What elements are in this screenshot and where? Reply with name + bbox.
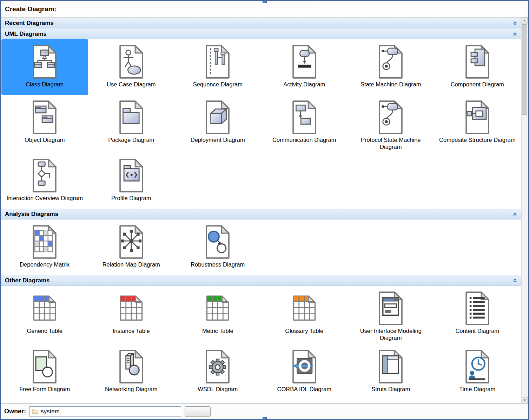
deployment-diagram-icon — [199, 100, 236, 135]
diagram-item-robustness-diagram[interactable]: Robustness Diagram — [174, 219, 261, 275]
dependency-matrix-icon — [26, 224, 63, 260]
section-header-recent-diagrams[interactable]: Recent Diagrams — [1, 18, 521, 28]
interaction-overview-diagram-icon — [26, 158, 63, 193]
diagram-item-networking-diagram[interactable]: Networking Diagram — [88, 344, 175, 400]
diagram-item-activity-diagram[interactable]: Activity Diagram — [261, 39, 348, 95]
diagram-item-object-diagram[interactable]: Object Diagram — [1, 95, 88, 153]
section-title: Other Diagrams — [5, 277, 50, 284]
diagram-item-protocol-state-machine-diagram[interactable]: Protocol State Machine Diagram — [348, 95, 434, 153]
diagram-item-interaction-overview-diagram[interactable]: Interaction Overview Diagram — [1, 153, 88, 209]
diagram-item-label: Deployment Diagram — [191, 136, 245, 143]
diagram-item-metric-table[interactable]: Metric Table — [174, 286, 261, 344]
diagram-item-composite-structure-diagram[interactable]: Composite Structure Diagram — [434, 95, 521, 153]
free-form-diagram-icon — [26, 349, 63, 384]
package-diagram-icon — [113, 100, 150, 135]
diagram-item-label: Class Diagram — [26, 81, 64, 88]
diagram-item-dependency-matrix[interactable]: Dependency Matrix — [1, 219, 88, 275]
search-input[interactable] — [315, 4, 524, 14]
diagram-item-label: Struts Diagram — [371, 386, 410, 393]
diagram-item-label: Activity Diagram — [283, 81, 325, 88]
scrollbar-thumb[interactable] — [522, 24, 527, 115]
object-diagram-icon — [26, 100, 63, 135]
other-diagrams-grid: Generic Table Instance Table M — [1, 286, 521, 400]
diagram-item-state-machine-diagram[interactable]: State Machine Diagram — [348, 39, 434, 95]
section-header-other-diagrams[interactable]: Other Diagrams — [1, 275, 521, 286]
browse-owner-button[interactable]: ... — [185, 406, 211, 417]
dialog-header: Create Diagram: — [1, 1, 528, 18]
diagram-item-free-form-diagram[interactable]: Free Form Diagram — [1, 344, 88, 400]
diagram-item-label: Profile Diagram — [111, 195, 151, 202]
diagram-item-label: Sequence Diagram — [193, 81, 243, 88]
diagram-item-label: Glossary Table — [285, 327, 323, 334]
component-diagram-icon — [459, 44, 496, 79]
uml-diagrams-grid: Class Diagram Use Case Diagram — [1, 39, 521, 209]
section-title: Recent Diagrams — [5, 20, 54, 27]
diagram-item-label: Composite Structure Diagram — [439, 136, 515, 143]
folder-icon — [32, 409, 38, 414]
diagram-item-use-case-diagram[interactable]: Use Case Diagram — [88, 39, 175, 95]
diagram-item-label: Relation Map Diagram — [103, 261, 160, 268]
scroll-up-icon[interactable]: ▲ — [522, 18, 528, 24]
networking-diagram-icon — [113, 349, 150, 384]
section-header-uml-diagrams[interactable]: UML Diagrams — [1, 28, 521, 39]
bottom-splitter-handle[interactable] — [263, 417, 267, 419]
scroll-down-icon[interactable]: ▼ — [522, 397, 528, 403]
class-diagram-icon — [26, 44, 63, 79]
composite-structure-diagram-icon — [459, 100, 496, 135]
create-diagram-dialog: Create Diagram: Recent Diagrams UML Diag… — [0, 0, 529, 420]
expand-chevron-icon[interactable] — [512, 20, 518, 26]
diagram-item-user-interface-modeling-diagram[interactable]: User Interface Modeling Diagram — [348, 286, 434, 344]
use-case-diagram-icon — [113, 44, 150, 79]
top-splitter-handle[interactable] — [263, 1, 267, 3]
diagram-item-label: Free Form Diagram — [19, 386, 70, 393]
diagram-item-instance-table[interactable]: Instance Table — [88, 286, 175, 344]
diagram-item-communication-diagram[interactable]: Communication Diagram — [261, 95, 348, 153]
diagram-item-sequence-diagram[interactable]: Sequence Diagram — [174, 39, 261, 95]
robustness-diagram-icon — [199, 224, 236, 260]
diagram-item-time-diagram[interactable]: Time Diagram — [434, 344, 521, 400]
diagram-item-component-diagram[interactable]: Component Diagram — [434, 39, 521, 95]
diagram-item-class-diagram[interactable]: Class Diagram — [1, 39, 88, 95]
communication-diagram-icon — [286, 100, 323, 135]
section-title: Analysis Diagrams — [5, 211, 58, 218]
diagram-item-glossary-table[interactable]: Glossary Table — [261, 286, 348, 344]
diagram-item-label: Package Diagram — [108, 136, 154, 143]
struts-diagram-icon — [372, 349, 409, 384]
user-interface-modeling-diagram-icon — [372, 291, 409, 326]
metric-table-icon — [199, 291, 236, 326]
diagram-item-profile-diagram[interactable]: Profile Diagram — [88, 153, 175, 209]
diagram-item-corba-idl-diagram[interactable]: CORBA IDL Diagram — [261, 344, 348, 400]
diagram-item-label: Protocol State Machine Diagram — [350, 136, 432, 150]
content-diagram-icon — [459, 291, 496, 326]
diagram-item-wsdl-diagram[interactable]: WSDL Diagram — [174, 344, 261, 400]
protocol-state-machine-diagram-icon — [372, 100, 409, 135]
wsdl-diagram-icon — [199, 349, 236, 384]
owner-field[interactable]: system — [29, 406, 181, 417]
collapse-chevron-icon[interactable] — [512, 31, 518, 37]
instance-table-icon — [113, 291, 150, 326]
diagram-item-label: Communication Diagram — [272, 136, 336, 143]
diagram-item-label: State Machine Diagram — [361, 81, 421, 88]
dialog-title: Create Diagram: — [5, 5, 57, 13]
diagram-item-label: Content Diagram — [455, 327, 499, 334]
collapse-chevron-icon[interactable] — [512, 278, 518, 283]
diagram-item-generic-table[interactable]: Generic Table — [1, 286, 88, 344]
owner-label: Owner: — [4, 408, 26, 415]
diagram-item-label: Generic Table — [27, 327, 62, 334]
diagram-item-label: CORBA IDL Diagram — [277, 386, 331, 393]
profile-diagram-icon — [113, 158, 150, 193]
diagram-item-content-diagram[interactable]: Content Diagram — [434, 286, 521, 344]
sequence-diagram-icon — [199, 44, 236, 79]
analysis-diagrams-grid: Dependency Matrix Relation Map Diagram — [1, 219, 521, 275]
collapse-chevron-icon[interactable] — [512, 211, 518, 217]
corba-idl-diagram-icon — [286, 349, 323, 384]
diagram-item-package-diagram[interactable]: Package Diagram — [88, 95, 175, 153]
diagram-item-relation-map-diagram[interactable]: Relation Map Diagram — [88, 219, 175, 275]
relation-map-diagram-icon — [113, 224, 150, 260]
section-header-analysis-diagrams[interactable]: Analysis Diagrams — [1, 209, 521, 219]
owner-value: system — [41, 408, 60, 415]
diagram-item-label: Instance Table — [113, 327, 150, 334]
diagram-item-struts-diagram[interactable]: Struts Diagram — [348, 344, 434, 400]
vertical-scrollbar[interactable]: ▲ ▼ — [521, 18, 528, 403]
diagram-item-deployment-diagram[interactable]: Deployment Diagram — [174, 95, 261, 153]
